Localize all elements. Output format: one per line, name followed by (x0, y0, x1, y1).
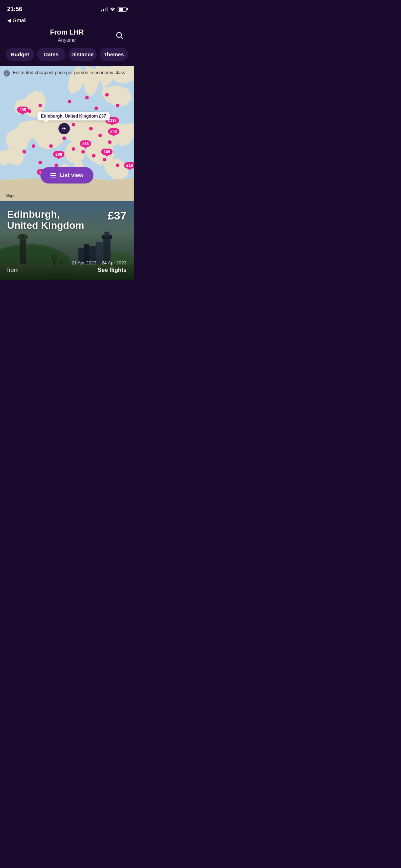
price-pin-dot[interactable] (62, 136, 66, 140)
battery-icon (118, 7, 127, 12)
signal-icon (101, 7, 108, 11)
back-navigation: ◀ Gmail (0, 16, 134, 26)
price-pin-dot[interactable] (85, 96, 89, 99)
price-pin-dot[interactable] (55, 164, 58, 167)
header: From LHR Anytime (0, 26, 134, 48)
price-pin-dot[interactable] (68, 100, 71, 103)
price-pin-dot[interactable] (116, 164, 119, 167)
nav-profile[interactable]: Profile (106, 287, 128, 290)
dates-filter[interactable]: Dates (37, 48, 66, 61)
price-pin-dot[interactable] (32, 144, 35, 148)
origin-pin: ✈ (58, 123, 70, 134)
list-view-button[interactable]: List view (40, 167, 94, 184)
destination-price: £37 (108, 209, 127, 222)
filter-tabs: Budget Dates Distance Themes (0, 48, 134, 66)
apple-maps-credit: Maps (4, 193, 15, 198)
card-bottom: from 21 Apr 2023 – 24 Apr 2023 See fligh… (7, 260, 127, 273)
airplane-icon: ✈ (62, 126, 66, 131)
destination-name: Edinburgh, United Kingdom (7, 209, 84, 231)
card-right: 21 Apr 2023 – 24 Apr 2023 See flights (71, 260, 127, 273)
from-label: from (7, 267, 19, 273)
map-info-bar: i Estimated cheapest price per person in… (4, 69, 130, 77)
distance-filter[interactable]: Distance (68, 48, 97, 61)
map-container[interactable]: i Estimated cheapest price per person in… (0, 66, 134, 201)
map-info-text: Estimated cheapest price per person in e… (13, 69, 125, 76)
search-button[interactable] (112, 28, 127, 42)
budget-filter[interactable]: Budget (6, 48, 34, 61)
price-pin-dot[interactable] (98, 134, 102, 137)
price-pin-43[interactable]: £43 (108, 128, 119, 135)
price-pin-dot[interactable] (103, 158, 106, 161)
search-icon (115, 31, 124, 40)
price-pin-88[interactable]: £88 (53, 151, 65, 157)
list-icon (50, 173, 56, 177)
status-time: 21:56 (7, 6, 22, 13)
price-pin-dot[interactable] (108, 140, 112, 144)
status-bar: 21:56 (0, 0, 134, 16)
wifi-icon (110, 6, 115, 12)
price-pin-dot[interactable] (105, 93, 109, 97)
price-pin-dot[interactable] (72, 147, 75, 151)
price-pin-dot[interactable] (89, 127, 93, 130)
price-pin-dot[interactable] (81, 150, 85, 154)
price-pin-dot[interactable] (72, 123, 75, 126)
bottom-navigation: Search Explore Trips Profile (0, 280, 134, 289)
nav-trips[interactable]: Trips (75, 287, 95, 290)
price-pin-69[interactable]: £69 (101, 149, 113, 155)
themes-filter[interactable]: Themes (99, 48, 128, 61)
card-content: Edinburgh, United Kingdom £37 from 21 Ap… (0, 201, 134, 280)
svg-line-1 (121, 37, 123, 39)
card-top: Edinburgh, United Kingdom £37 (7, 209, 127, 231)
price-pin-dot[interactable] (22, 150, 26, 154)
svg-point-0 (117, 32, 122, 37)
nav-explore[interactable]: Explore (40, 287, 64, 290)
header-center: From LHR Anytime (21, 28, 112, 43)
info-icon: i (4, 70, 10, 77)
status-icons (101, 6, 127, 12)
price-pin-63[interactable]: £63 (80, 140, 91, 147)
date-range: 21 Apr 2023 – 24 Apr 2023 (71, 260, 127, 265)
destination-card[interactable]: Edinburgh, United Kingdom £37 from 21 Ap… (0, 201, 134, 280)
price-pin-16[interactable]: £16 (124, 162, 134, 169)
back-button[interactable]: ◀ Gmail (7, 17, 26, 23)
price-pin-95[interactable]: £95 (17, 107, 29, 113)
price-pin-dot[interactable] (38, 161, 42, 164)
price-pin-dot[interactable] (92, 154, 96, 157)
back-arrow-icon: ◀ (7, 17, 11, 23)
list-view-label: List view (60, 172, 84, 179)
price-pin-dot[interactable] (38, 104, 42, 107)
price-pin-dot[interactable] (94, 107, 98, 110)
maps-label: Maps (6, 193, 15, 198)
see-flights-button[interactable]: See flights (98, 267, 127, 273)
header-subtitle: Anytime (21, 37, 112, 43)
nav-search[interactable]: Search (6, 287, 29, 290)
price-pin-dot[interactable] (49, 144, 53, 148)
back-label: Gmail (12, 17, 26, 23)
page-title: From LHR (21, 28, 112, 36)
selected-destination-callout[interactable]: Edinburgh, United Kingdom £37 (37, 112, 110, 120)
price-pin-dot[interactable] (116, 104, 119, 107)
